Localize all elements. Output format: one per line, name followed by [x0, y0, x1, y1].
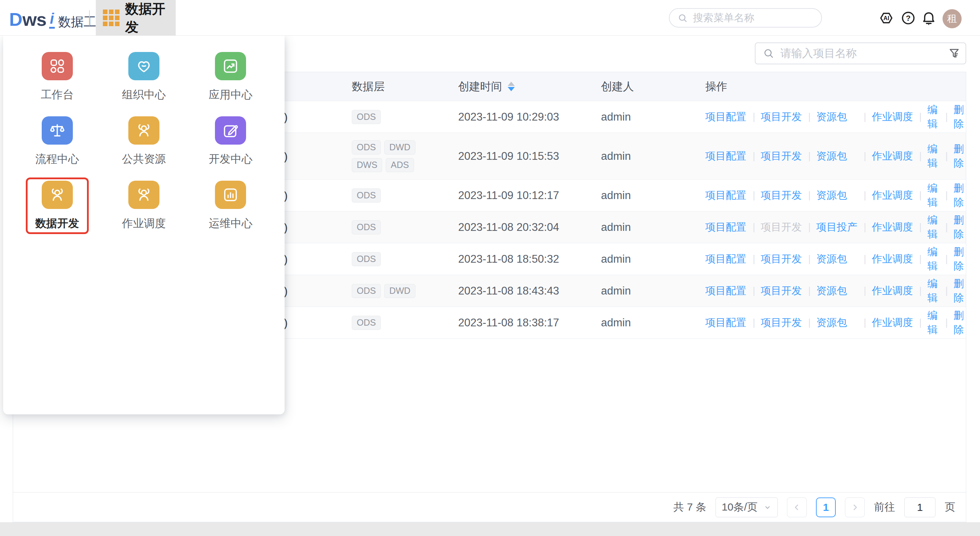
action-separator: |	[808, 317, 811, 328]
current-page-button[interactable]: 1	[816, 498, 836, 517]
chevron-left-icon	[792, 503, 802, 512]
action-link[interactable]: 删除	[953, 245, 966, 273]
action-link[interactable]: 资源包	[816, 284, 847, 298]
action-link[interactable]: 删除	[953, 277, 966, 305]
menu-search-input[interactable]	[693, 12, 810, 24]
action-link[interactable]: 资源包	[816, 149, 847, 163]
action-link[interactable]: 作业调度	[872, 220, 913, 234]
launcher-item-people-4[interactable]: 公共资源	[100, 116, 187, 167]
action-link[interactable]: 作业调度	[872, 316, 913, 330]
action-link[interactable]: 项目配置	[705, 110, 746, 124]
page-size-select[interactable]: 10条/页	[716, 498, 778, 517]
action-separator: |	[752, 253, 755, 264]
action-separator: |	[919, 253, 922, 264]
data-layer-cell: ODSDWDDWSADS	[345, 140, 451, 172]
launcher-item-heart-1[interactable]: 组织中心	[100, 52, 187, 102]
nav-tab-data-development[interactable]: 数据开发	[96, 0, 176, 36]
layer-tag: ODS	[352, 110, 381, 124]
action-link[interactable]: 编辑	[928, 142, 940, 170]
action-separator: |	[864, 151, 866, 162]
launcher-item-people-6[interactable]: 数据开发	[14, 181, 100, 231]
action-link[interactable]: 项目配置	[705, 252, 746, 266]
next-page-button[interactable]	[845, 498, 865, 517]
action-link[interactable]: 删除	[953, 309, 966, 337]
logo-letter-d: D	[9, 10, 22, 29]
action-link[interactable]: 作业调度	[872, 149, 913, 163]
creator-cell: admin	[594, 221, 698, 234]
ai-assistant-icon[interactable]: AI	[878, 10, 894, 26]
action-link[interactable]: 项目配置	[705, 188, 746, 203]
action-link[interactable]: 项目开发	[761, 149, 802, 163]
sort-carets[interactable]	[508, 82, 515, 91]
action-link[interactable]: 编辑	[928, 213, 940, 242]
action-link[interactable]: 项目配置	[705, 149, 746, 163]
action-separator: |	[752, 190, 755, 201]
layer-tag: DWD	[384, 140, 415, 154]
action-link[interactable]: 删除	[953, 213, 966, 242]
app-grid-icon	[103, 10, 119, 26]
chevron-right-icon	[850, 503, 859, 512]
action-link[interactable]: 资源包	[816, 188, 847, 203]
launcher-item-label: 数据开发	[35, 216, 79, 231]
created-time-cell: 2023-11-08 18:50:32	[451, 253, 594, 266]
action-separator: |	[945, 190, 948, 201]
action-link[interactable]: 项目配置	[705, 284, 746, 298]
search-icon	[677, 12, 689, 24]
action-separator: |	[752, 285, 755, 296]
action-link[interactable]: 作业调度	[872, 252, 913, 266]
action-link[interactable]: 项目配置	[705, 316, 746, 330]
creator-cell: admin	[594, 111, 698, 123]
action-link[interactable]: 资源包	[816, 252, 847, 266]
action-separator: |	[864, 317, 866, 328]
action-separator: |	[919, 222, 922, 233]
action-separator: |	[752, 317, 755, 328]
action-link[interactable]: 项目开发	[761, 188, 802, 203]
action-link[interactable]: 编辑	[928, 181, 940, 210]
action-link[interactable]: 编辑	[928, 309, 940, 337]
action-link[interactable]: 项目开发	[761, 284, 802, 298]
action-link[interactable]: 删除	[953, 103, 966, 131]
created-time-cell: 2023-11-09 10:15:53	[451, 150, 594, 163]
action-separator: |	[919, 190, 922, 201]
action-link[interactable]: 项目开发	[761, 316, 802, 330]
action-link[interactable]: 作业调度	[872, 188, 913, 203]
project-search-input[interactable]	[780, 47, 932, 60]
launcher-item-bars-8[interactable]: 运维中心	[188, 181, 274, 231]
edit-icon	[215, 116, 246, 145]
launcher-item-people-7[interactable]: 作业调度	[100, 181, 187, 231]
launcher-item-edit-5[interactable]: 开发中心	[188, 116, 274, 167]
sort-descending-icon[interactable]	[508, 87, 515, 91]
launcher-item-label: 公共资源	[122, 152, 166, 167]
action-link[interactable]: 删除	[953, 142, 966, 170]
scales-icon	[42, 116, 73, 145]
column-header-actions: 操作	[698, 79, 966, 94]
action-link[interactable]: 作业调度	[872, 110, 913, 124]
action-link[interactable]: 项目开发	[761, 110, 802, 124]
action-link[interactable]: 项目配置	[705, 220, 746, 234]
bars-icon	[215, 181, 246, 209]
action-link[interactable]: 编辑	[928, 103, 940, 131]
launcher-item-workbench-0[interactable]: 工作台	[14, 52, 100, 102]
avatar[interactable]: 租	[942, 9, 962, 28]
action-link[interactable]: 项目开发	[761, 220, 802, 234]
help-icon[interactable]: ?	[900, 10, 916, 26]
action-separator: |	[919, 151, 922, 162]
action-link[interactable]: 编辑	[928, 277, 940, 305]
action-link[interactable]: 编辑	[928, 245, 940, 273]
launcher-item-scales-3[interactable]: 流程中心	[14, 116, 100, 167]
prev-page-button[interactable]	[787, 498, 807, 517]
bell-icon[interactable]	[921, 10, 937, 26]
action-separator: |	[752, 111, 755, 122]
action-link[interactable]: 项目投产	[816, 220, 858, 234]
actions-cell: 项目配置|项目开发|资源包|作业调度|编辑|删除	[698, 103, 966, 131]
action-link[interactable]: 资源包	[816, 110, 847, 124]
filter-funnel-icon[interactable]	[947, 46, 961, 60]
launcher-item-app-2[interactable]: 应用中心	[188, 52, 274, 102]
action-link[interactable]: 删除	[953, 181, 966, 210]
sort-ascending-icon[interactable]	[508, 82, 515, 86]
action-link[interactable]: 项目开发	[761, 252, 802, 266]
action-link[interactable]: 资源包	[816, 316, 847, 330]
goto-page-input[interactable]	[904, 498, 935, 517]
action-link[interactable]: 作业调度	[872, 284, 913, 298]
layer-tag: ODS	[352, 220, 381, 234]
